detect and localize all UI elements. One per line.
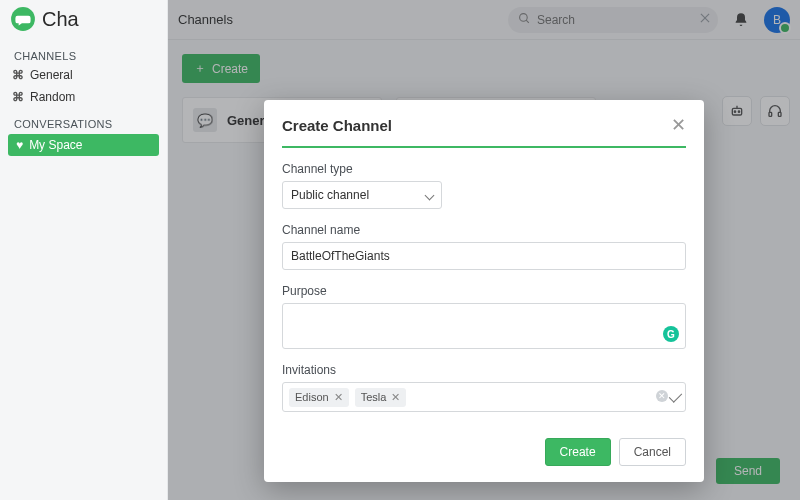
chevron-down-icon bbox=[425, 190, 435, 200]
channel-name-input-wrap bbox=[282, 242, 686, 270]
chevron-down-icon[interactable] bbox=[669, 389, 682, 402]
close-icon[interactable]: ✕ bbox=[671, 116, 686, 134]
label-channel-type: Channel type bbox=[282, 162, 686, 176]
channel-hash-icon: ⌘ bbox=[12, 90, 24, 104]
chips-tail: ✕ bbox=[656, 390, 679, 402]
create-channel-modal: Create Channel ✕ Channel type Public cha… bbox=[264, 100, 704, 482]
purpose-textarea[interactable]: G bbox=[282, 303, 686, 349]
grammarly-icon: G bbox=[663, 326, 679, 342]
sidebar: Cha CHANNELS ⌘ General ⌘ Random CONVERSA… bbox=[0, 0, 168, 500]
channel-name-input[interactable] bbox=[291, 243, 677, 269]
sidebar-item-general[interactable]: ⌘ General bbox=[0, 64, 167, 86]
invitations-input[interactable]: Edison ✕ Tesla ✕ ✕ bbox=[282, 382, 686, 412]
chat-logo-icon bbox=[10, 6, 36, 32]
sidebar-item-label: My Space bbox=[29, 138, 82, 152]
label-invitations: Invitations bbox=[282, 363, 686, 377]
brand-name: Cha bbox=[42, 8, 79, 31]
field-channel-name: Channel name bbox=[282, 223, 686, 270]
heart-icon: ♥ bbox=[16, 138, 23, 152]
remove-chip-icon[interactable]: ✕ bbox=[334, 391, 343, 404]
sidebar-item-myspace[interactable]: ♥ My Space bbox=[8, 134, 159, 156]
chip-label: Edison bbox=[295, 391, 329, 403]
select-value: Public channel bbox=[291, 188, 369, 202]
sidebar-item-label: Random bbox=[30, 90, 75, 104]
invite-chip[interactable]: Edison ✕ bbox=[289, 388, 349, 407]
sidebar-section-conversations: CONVERSATIONS bbox=[0, 108, 167, 132]
field-invitations: Invitations Edison ✕ Tesla ✕ ✕ bbox=[282, 363, 686, 412]
remove-chip-icon[interactable]: ✕ bbox=[391, 391, 400, 404]
sidebar-item-label: General bbox=[30, 68, 73, 82]
sidebar-section-channels: CHANNELS bbox=[0, 40, 167, 64]
modal-header: Create Channel ✕ bbox=[282, 116, 686, 148]
field-purpose: Purpose G bbox=[282, 284, 686, 349]
channel-type-select[interactable]: Public channel bbox=[282, 181, 442, 209]
brand: Cha bbox=[0, 6, 167, 40]
clear-all-icon[interactable]: ✕ bbox=[656, 390, 668, 402]
invite-chip[interactable]: Tesla ✕ bbox=[355, 388, 407, 407]
modal-title: Create Channel bbox=[282, 117, 392, 134]
label-channel-name: Channel name bbox=[282, 223, 686, 237]
chip-label: Tesla bbox=[361, 391, 387, 403]
modal-cancel-button[interactable]: Cancel bbox=[619, 438, 686, 466]
main: Channels B ＋ Create bbox=[168, 0, 800, 500]
modal-actions: Create Cancel bbox=[282, 438, 686, 466]
app-root: Cha CHANNELS ⌘ General ⌘ Random CONVERSA… bbox=[0, 0, 800, 500]
modal-overlay: Create Channel ✕ Channel type Public cha… bbox=[168, 0, 800, 500]
sidebar-item-random[interactable]: ⌘ Random bbox=[0, 86, 167, 108]
field-channel-type: Channel type Public channel bbox=[282, 162, 686, 209]
channel-hash-icon: ⌘ bbox=[12, 68, 24, 82]
modal-create-button[interactable]: Create bbox=[545, 438, 611, 466]
label-purpose: Purpose bbox=[282, 284, 686, 298]
